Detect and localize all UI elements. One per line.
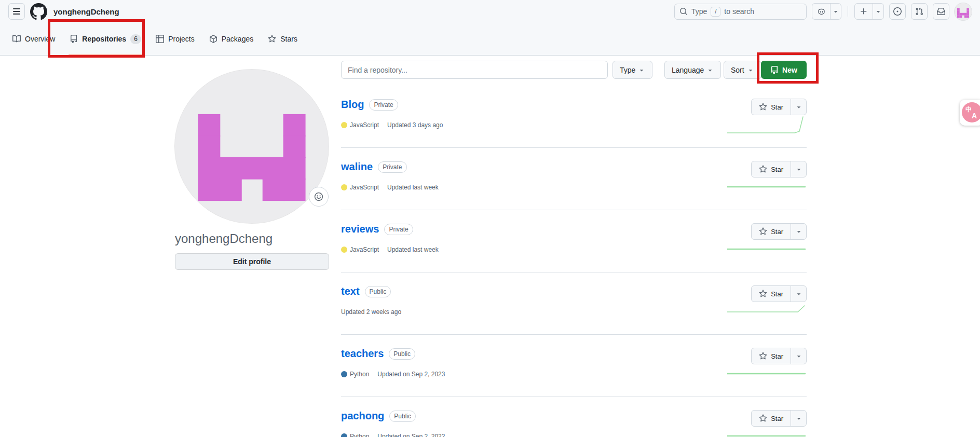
repository-row: text Public Updated 2 weeks ago Star bbox=[341, 272, 807, 335]
language-item: JavaScript bbox=[341, 121, 379, 129]
activity-sparkline bbox=[727, 294, 806, 321]
star-icon bbox=[268, 35, 276, 43]
updated-timestamp: Updated last week bbox=[387, 246, 439, 253]
visibility-badge: Private bbox=[384, 224, 413, 235]
updated-timestamp: Updated 3 days ago bbox=[387, 121, 443, 129]
project-icon bbox=[156, 35, 164, 43]
header-divider bbox=[848, 6, 848, 17]
repository-name-link[interactable]: teachers bbox=[341, 348, 384, 360]
language-label: JavaScript bbox=[350, 121, 379, 129]
set-status-button[interactable] bbox=[309, 187, 329, 207]
chevron-down-icon bbox=[706, 66, 714, 74]
type-filter-button[interactable]: Type bbox=[612, 61, 652, 79]
repository-name-link[interactable]: pachong bbox=[341, 410, 384, 422]
translate-char-source: 中 bbox=[965, 105, 972, 114]
tab-label: Stars bbox=[280, 35, 297, 43]
github-logo-icon[interactable] bbox=[30, 3, 47, 20]
language-filter-button[interactable]: Language bbox=[664, 61, 721, 79]
repository-row: waline Private JavaScript Updated last w… bbox=[341, 148, 807, 210]
updated-timestamp: Updated last week bbox=[387, 184, 439, 191]
avatar-identicon-icon bbox=[955, 3, 972, 20]
repository-name-link[interactable]: waline bbox=[341, 161, 373, 173]
search-icon bbox=[679, 7, 688, 16]
updated-timestamp: Updated 2 weeks ago bbox=[341, 308, 401, 316]
language-color-dot bbox=[341, 122, 347, 128]
inbox-icon bbox=[937, 7, 945, 16]
hamburger-menu-button[interactable] bbox=[8, 3, 25, 20]
translate-extension-badge[interactable]: 中 A bbox=[960, 100, 980, 126]
repository-list: Blog Private JavaScript Updated 3 days a… bbox=[341, 86, 807, 437]
repository-row: pachong Public Python Updated on Sep 2, … bbox=[341, 397, 807, 437]
visibility-badge: Private bbox=[378, 161, 406, 173]
filter-label: Type bbox=[620, 66, 635, 74]
smiley-icon bbox=[314, 192, 323, 201]
tab-label: Overview bbox=[25, 35, 55, 43]
inbox-button[interactable] bbox=[933, 3, 949, 20]
issues-button[interactable] bbox=[889, 3, 906, 20]
create-new-button[interactable] bbox=[855, 4, 873, 19]
new-button-label: New bbox=[782, 66, 797, 74]
tab-repositories[interactable]: Repositories 6 bbox=[64, 23, 146, 55]
global-search-input[interactable]: Type / to search bbox=[674, 4, 807, 20]
copilot-button[interactable] bbox=[812, 4, 830, 19]
header-context-username[interactable]: yonghengDcheng bbox=[53, 7, 119, 16]
visibility-badge: Public bbox=[389, 411, 416, 422]
repository-row: teachers Public Python Updated on Sep 2,… bbox=[341, 335, 807, 397]
sort-filter-button[interactable]: Sort bbox=[724, 61, 761, 79]
find-repository-input[interactable] bbox=[341, 61, 608, 79]
chevron-down-icon bbox=[638, 66, 645, 74]
git-pull-request-icon bbox=[915, 7, 923, 16]
plus-icon bbox=[860, 7, 868, 16]
language-item: JavaScript bbox=[341, 184, 379, 191]
avatar-identicon-icon bbox=[175, 70, 329, 223]
github-profile-page: yonghengDcheng Type / to search bbox=[0, 0, 980, 437]
hamburger-icon bbox=[13, 8, 20, 15]
translate-icon: 中 A bbox=[962, 102, 980, 122]
filter-label: Language bbox=[672, 66, 704, 74]
updated-timestamp: Updated on Sep 2, 2023 bbox=[377, 371, 445, 378]
tab-label: Packages bbox=[222, 35, 253, 43]
repositories-count-badge: 6 bbox=[130, 34, 141, 44]
language-label: Python bbox=[350, 433, 369, 437]
repository-name-link[interactable]: text bbox=[341, 285, 360, 297]
repo-icon bbox=[770, 66, 779, 74]
issue-opened-icon bbox=[893, 7, 902, 16]
language-label: JavaScript bbox=[350, 184, 379, 191]
language-label: Python bbox=[350, 371, 369, 378]
visibility-badge: Public bbox=[389, 348, 415, 360]
repository-name-link[interactable]: Blog bbox=[341, 99, 364, 111]
repository-row: Blog Private JavaScript Updated 3 days a… bbox=[341, 86, 807, 148]
tab-projects[interactable]: Projects bbox=[151, 23, 200, 55]
tab-overview[interactable]: Overview bbox=[7, 23, 60, 55]
slash-key-hint: / bbox=[711, 7, 720, 17]
tab-packages[interactable]: Packages bbox=[204, 23, 258, 55]
translate-char-target: A bbox=[972, 112, 977, 120]
profile-avatar[interactable] bbox=[175, 70, 329, 223]
repositories-toolbar: Type Language Sort New bbox=[341, 61, 807, 79]
tab-label: Projects bbox=[168, 35, 195, 43]
language-item: Python bbox=[341, 371, 369, 378]
visibility-badge: Public bbox=[365, 286, 391, 297]
chevron-down-icon bbox=[832, 8, 839, 15]
pull-requests-button[interactable] bbox=[911, 3, 928, 20]
chevron-down-icon bbox=[747, 66, 754, 74]
copilot-split-button bbox=[812, 3, 841, 20]
create-new-split-button bbox=[854, 3, 884, 20]
activity-sparkline bbox=[727, 419, 806, 437]
edit-profile-button[interactable]: Edit profile bbox=[175, 253, 329, 270]
language-color-dot bbox=[341, 184, 347, 190]
repository-row: reviews Private JavaScript Updated last … bbox=[341, 210, 807, 272]
new-repository-button[interactable]: New bbox=[761, 61, 807, 79]
tab-stars[interactable]: Stars bbox=[263, 23, 303, 55]
user-avatar[interactable] bbox=[955, 3, 972, 20]
search-placeholder-prefix: Type bbox=[691, 7, 707, 16]
copilot-menu-caret[interactable] bbox=[830, 4, 841, 19]
repository-name-link[interactable]: reviews bbox=[341, 223, 379, 235]
language-item: JavaScript bbox=[341, 246, 379, 253]
activity-sparkline bbox=[727, 107, 806, 134]
chevron-down-icon bbox=[875, 8, 882, 15]
language-item: Python bbox=[341, 433, 369, 437]
create-new-caret[interactable] bbox=[873, 4, 883, 19]
package-icon bbox=[209, 35, 217, 43]
profile-sidebar: yonghengDcheng Edit profile bbox=[175, 70, 329, 270]
